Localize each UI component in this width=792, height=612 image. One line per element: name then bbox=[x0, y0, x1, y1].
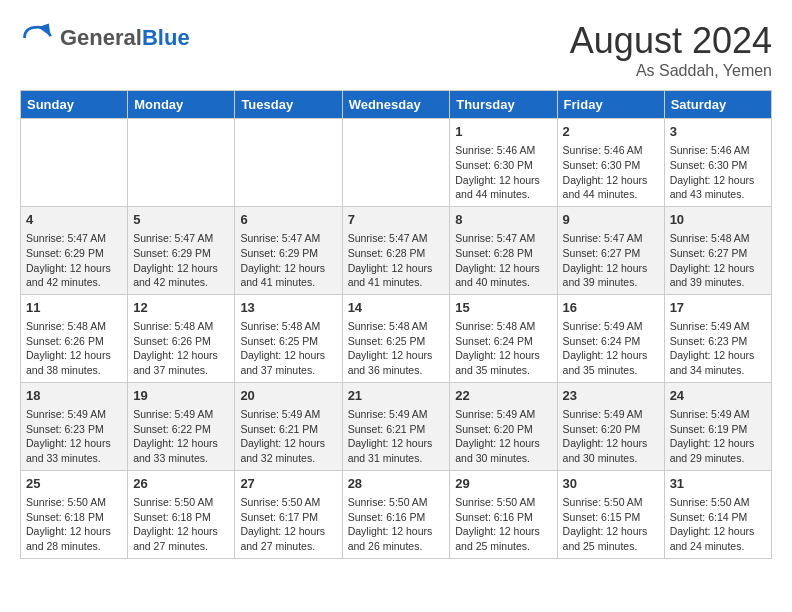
day-number: 19 bbox=[133, 387, 229, 405]
calendar-cell bbox=[21, 119, 128, 207]
logo-text-general: General bbox=[60, 25, 142, 50]
cell-content: Sunrise: 5:49 AM Sunset: 6:20 PM Dayligh… bbox=[455, 407, 551, 466]
cell-content: Sunrise: 5:49 AM Sunset: 6:24 PM Dayligh… bbox=[563, 319, 659, 378]
calendar-cell: 1Sunrise: 5:46 AM Sunset: 6:30 PM Daylig… bbox=[450, 119, 557, 207]
calendar-cell: 6Sunrise: 5:47 AM Sunset: 6:29 PM Daylig… bbox=[235, 206, 342, 294]
day-number: 9 bbox=[563, 211, 659, 229]
calendar-week-3: 11Sunrise: 5:48 AM Sunset: 6:26 PM Dayli… bbox=[21, 294, 772, 382]
calendar-cell: 7Sunrise: 5:47 AM Sunset: 6:28 PM Daylig… bbox=[342, 206, 450, 294]
day-number: 30 bbox=[563, 475, 659, 493]
calendar-cell: 4Sunrise: 5:47 AM Sunset: 6:29 PM Daylig… bbox=[21, 206, 128, 294]
header-tuesday: Tuesday bbox=[235, 91, 342, 119]
calendar-cell: 17Sunrise: 5:49 AM Sunset: 6:23 PM Dayli… bbox=[664, 294, 771, 382]
cell-content: Sunrise: 5:50 AM Sunset: 6:17 PM Dayligh… bbox=[240, 495, 336, 554]
cell-content: Sunrise: 5:48 AM Sunset: 6:27 PM Dayligh… bbox=[670, 231, 766, 290]
calendar-cell: 19Sunrise: 5:49 AM Sunset: 6:22 PM Dayli… bbox=[128, 382, 235, 470]
header-thursday: Thursday bbox=[450, 91, 557, 119]
calendar-cell: 2Sunrise: 5:46 AM Sunset: 6:30 PM Daylig… bbox=[557, 119, 664, 207]
cell-content: Sunrise: 5:48 AM Sunset: 6:25 PM Dayligh… bbox=[240, 319, 336, 378]
day-number: 20 bbox=[240, 387, 336, 405]
logo-icon bbox=[20, 20, 56, 56]
day-number: 12 bbox=[133, 299, 229, 317]
cell-content: Sunrise: 5:47 AM Sunset: 6:29 PM Dayligh… bbox=[26, 231, 122, 290]
cell-content: Sunrise: 5:49 AM Sunset: 6:23 PM Dayligh… bbox=[26, 407, 122, 466]
calendar-cell: 14Sunrise: 5:48 AM Sunset: 6:25 PM Dayli… bbox=[342, 294, 450, 382]
day-number: 26 bbox=[133, 475, 229, 493]
cell-content: Sunrise: 5:48 AM Sunset: 6:25 PM Dayligh… bbox=[348, 319, 445, 378]
calendar-cell: 8Sunrise: 5:47 AM Sunset: 6:28 PM Daylig… bbox=[450, 206, 557, 294]
header-sunday: Sunday bbox=[21, 91, 128, 119]
day-number: 7 bbox=[348, 211, 445, 229]
cell-content: Sunrise: 5:47 AM Sunset: 6:29 PM Dayligh… bbox=[133, 231, 229, 290]
day-number: 16 bbox=[563, 299, 659, 317]
calendar-cell bbox=[128, 119, 235, 207]
calendar-cell: 24Sunrise: 5:49 AM Sunset: 6:19 PM Dayli… bbox=[664, 382, 771, 470]
cell-content: Sunrise: 5:49 AM Sunset: 6:19 PM Dayligh… bbox=[670, 407, 766, 466]
cell-content: Sunrise: 5:48 AM Sunset: 6:24 PM Dayligh… bbox=[455, 319, 551, 378]
cell-content: Sunrise: 5:50 AM Sunset: 6:14 PM Dayligh… bbox=[670, 495, 766, 554]
day-number: 15 bbox=[455, 299, 551, 317]
calendar-cell: 10Sunrise: 5:48 AM Sunset: 6:27 PM Dayli… bbox=[664, 206, 771, 294]
calendar-cell: 12Sunrise: 5:48 AM Sunset: 6:26 PM Dayli… bbox=[128, 294, 235, 382]
day-number: 3 bbox=[670, 123, 766, 141]
calendar-cell: 5Sunrise: 5:47 AM Sunset: 6:29 PM Daylig… bbox=[128, 206, 235, 294]
cell-content: Sunrise: 5:49 AM Sunset: 6:23 PM Dayligh… bbox=[670, 319, 766, 378]
day-number: 17 bbox=[670, 299, 766, 317]
calendar-week-4: 18Sunrise: 5:49 AM Sunset: 6:23 PM Dayli… bbox=[21, 382, 772, 470]
calendar-cell: 23Sunrise: 5:49 AM Sunset: 6:20 PM Dayli… bbox=[557, 382, 664, 470]
day-number: 27 bbox=[240, 475, 336, 493]
calendar-cell: 26Sunrise: 5:50 AM Sunset: 6:18 PM Dayli… bbox=[128, 470, 235, 558]
cell-content: Sunrise: 5:50 AM Sunset: 6:18 PM Dayligh… bbox=[26, 495, 122, 554]
calendar-cell bbox=[235, 119, 342, 207]
calendar-cell: 20Sunrise: 5:49 AM Sunset: 6:21 PM Dayli… bbox=[235, 382, 342, 470]
month-year-title: August 2024 bbox=[570, 20, 772, 62]
calendar-cell: 25Sunrise: 5:50 AM Sunset: 6:18 PM Dayli… bbox=[21, 470, 128, 558]
day-number: 24 bbox=[670, 387, 766, 405]
cell-content: Sunrise: 5:49 AM Sunset: 6:21 PM Dayligh… bbox=[240, 407, 336, 466]
cell-content: Sunrise: 5:50 AM Sunset: 6:16 PM Dayligh… bbox=[455, 495, 551, 554]
cell-content: Sunrise: 5:49 AM Sunset: 6:21 PM Dayligh… bbox=[348, 407, 445, 466]
cell-content: Sunrise: 5:50 AM Sunset: 6:16 PM Dayligh… bbox=[348, 495, 445, 554]
day-number: 21 bbox=[348, 387, 445, 405]
day-number: 25 bbox=[26, 475, 122, 493]
calendar-week-2: 4Sunrise: 5:47 AM Sunset: 6:29 PM Daylig… bbox=[21, 206, 772, 294]
calendar-cell: 13Sunrise: 5:48 AM Sunset: 6:25 PM Dayli… bbox=[235, 294, 342, 382]
day-number: 1 bbox=[455, 123, 551, 141]
location-subtitle: As Saddah, Yemen bbox=[570, 62, 772, 80]
day-number: 14 bbox=[348, 299, 445, 317]
logo: GeneralBlue bbox=[20, 20, 190, 56]
calendar-cell: 28Sunrise: 5:50 AM Sunset: 6:16 PM Dayli… bbox=[342, 470, 450, 558]
calendar-week-1: 1Sunrise: 5:46 AM Sunset: 6:30 PM Daylig… bbox=[21, 119, 772, 207]
day-number: 23 bbox=[563, 387, 659, 405]
cell-content: Sunrise: 5:49 AM Sunset: 6:20 PM Dayligh… bbox=[563, 407, 659, 466]
cell-content: Sunrise: 5:50 AM Sunset: 6:15 PM Dayligh… bbox=[563, 495, 659, 554]
day-number: 6 bbox=[240, 211, 336, 229]
day-number: 29 bbox=[455, 475, 551, 493]
day-number: 18 bbox=[26, 387, 122, 405]
day-number: 10 bbox=[670, 211, 766, 229]
calendar-cell: 16Sunrise: 5:49 AM Sunset: 6:24 PM Dayli… bbox=[557, 294, 664, 382]
cell-content: Sunrise: 5:46 AM Sunset: 6:30 PM Dayligh… bbox=[455, 143, 551, 202]
calendar-cell bbox=[342, 119, 450, 207]
day-number: 4 bbox=[26, 211, 122, 229]
cell-content: Sunrise: 5:47 AM Sunset: 6:29 PM Dayligh… bbox=[240, 231, 336, 290]
calendar-cell: 11Sunrise: 5:48 AM Sunset: 6:26 PM Dayli… bbox=[21, 294, 128, 382]
day-number: 5 bbox=[133, 211, 229, 229]
calendar-cell: 22Sunrise: 5:49 AM Sunset: 6:20 PM Dayli… bbox=[450, 382, 557, 470]
calendar-cell: 21Sunrise: 5:49 AM Sunset: 6:21 PM Dayli… bbox=[342, 382, 450, 470]
calendar-cell: 3Sunrise: 5:46 AM Sunset: 6:30 PM Daylig… bbox=[664, 119, 771, 207]
header-saturday: Saturday bbox=[664, 91, 771, 119]
cell-content: Sunrise: 5:46 AM Sunset: 6:30 PM Dayligh… bbox=[670, 143, 766, 202]
calendar-cell: 15Sunrise: 5:48 AM Sunset: 6:24 PM Dayli… bbox=[450, 294, 557, 382]
cell-content: Sunrise: 5:47 AM Sunset: 6:28 PM Dayligh… bbox=[455, 231, 551, 290]
header-monday: Monday bbox=[128, 91, 235, 119]
calendar-cell: 29Sunrise: 5:50 AM Sunset: 6:16 PM Dayli… bbox=[450, 470, 557, 558]
calendar-cell: 30Sunrise: 5:50 AM Sunset: 6:15 PM Dayli… bbox=[557, 470, 664, 558]
day-number: 28 bbox=[348, 475, 445, 493]
calendar-cell: 27Sunrise: 5:50 AM Sunset: 6:17 PM Dayli… bbox=[235, 470, 342, 558]
day-number: 22 bbox=[455, 387, 551, 405]
day-number: 8 bbox=[455, 211, 551, 229]
day-number: 2 bbox=[563, 123, 659, 141]
day-number: 11 bbox=[26, 299, 122, 317]
calendar-week-5: 25Sunrise: 5:50 AM Sunset: 6:18 PM Dayli… bbox=[21, 470, 772, 558]
